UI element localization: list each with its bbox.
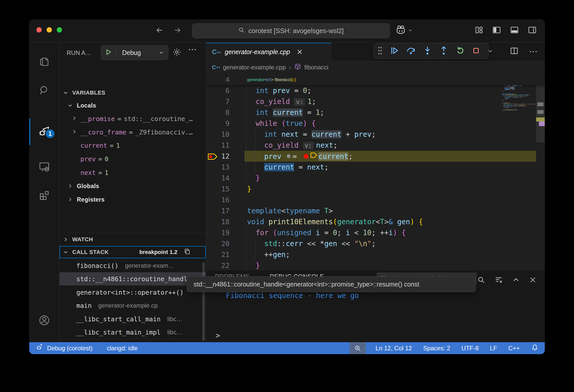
code-line-12[interactable]: 12 prev = current; [206,151,545,162]
step-out-icon[interactable] [439,46,449,56]
inline-breakpoint-icon[interactable] [304,154,309,159]
code-line-14[interactable]: 14 } [206,173,545,184]
toolbar-drag-handle[interactable] [377,46,383,56]
stack-frame[interactable]: __libc_start_main_impllibc… [60,326,206,339]
code-line-20[interactable]: 20 std::cerr << *gen << "\n"; [206,238,545,249]
chevron-down-icon[interactable] [408,28,413,33]
step-over-icon[interactable] [406,46,416,56]
accounts-icon[interactable] [29,308,59,333]
stack-frame[interactable]: __libc_start_call_mainlibc… [60,312,206,326]
tab-generator-example[interactable]: C++ generator-example.cpp ✕ [206,43,331,61]
start-debug-icon[interactable] [105,48,112,57]
toggle-panel-icon[interactable] [510,26,519,35]
line-number[interactable]: 17 [206,205,229,216]
variable-row-__promise[interactable]: __promise=std::__coroutine_… [60,112,206,126]
code-line-15[interactable]: 15} [206,184,545,194]
back-icon[interactable] [155,26,164,36]
toggle-secondary-sidebar-icon[interactable] [527,26,537,35]
copilot-icon[interactable] [396,25,406,35]
stack-frame[interactable]: fibonacci()generator-exam… [60,259,206,272]
line-number[interactable]: 7 [206,96,229,107]
search-view-icon[interactable] [29,78,59,103]
debug-settings-gear-icon[interactable] [172,47,182,58]
maximize-panel-icon[interactable] [512,276,520,285]
minimize-window-button[interactable] [47,27,52,33]
line-number[interactable]: 6 [206,85,229,96]
callstack-section-header[interactable]: CALL STACK breakpoint 1.2 [60,246,206,258]
code-line-content[interactable]: void print10Elements(generator<T>& gen) … [247,216,423,227]
code-line-content[interactable]: while (true) { [247,118,316,129]
command-center-search[interactable]: corotest [SSH: avogelsges-wsl2] [192,23,390,38]
stop-icon[interactable] [471,46,481,56]
code-line-11[interactable]: 11 co_yield v:next; [206,140,545,151]
notifications-bell-icon[interactable] [531,344,539,353]
variable-row-prev[interactable]: prev=0 [60,152,206,166]
line-number[interactable]: 18 [206,216,229,227]
remote-explorer-icon[interactable] [29,154,59,179]
code-line-content[interactable]: int current = 1; [247,107,324,118]
code-line-content[interactable]: co_yield v:next; [247,140,337,151]
explorer-icon[interactable] [29,49,59,74]
code-line-7[interactable]: 7 co_yield v:1; [206,96,545,107]
scope-registers[interactable]: Registers [64,193,206,206]
line-number[interactable]: 10 [206,129,229,140]
code-line-content[interactable]: int next = current + prev; [247,129,376,140]
line-number[interactable]: 16 [206,194,229,205]
more-actions-icon[interactable]: ⋯ [188,44,197,54]
status-item[interactable]: Spaces: 2 [423,345,450,352]
stack-frame[interactable]: generator<int>::operator++() [60,286,206,299]
close-window-button[interactable] [36,27,42,33]
status-item[interactable]: C++ [508,345,520,352]
zoom-indicator-icon[interactable] [350,342,366,354]
code-line-10[interactable]: 10 int next = current + prev; [206,129,545,140]
watch-section-header[interactable]: WATCH [60,233,206,246]
clear-console-icon[interactable] [494,276,503,285]
line-number[interactable]: 9 [206,118,229,129]
breadcrumb-file[interactable]: generator-example.cpp [223,64,286,71]
code-line-content[interactable]: co_yield v:1; [247,96,316,108]
code-line-content[interactable]: int prev = 0; [247,85,311,96]
code-line-9[interactable]: 9 while (true) { [206,118,545,129]
code-line-19[interactable]: 19 for (unsigned i = 0; i < 10; ++i) { [206,227,545,238]
code-line-content[interactable]: } [247,184,251,194]
breadcrumb-symbol[interactable]: fibonacci [304,64,328,71]
code-line-content[interactable]: ++gen; [247,249,290,260]
close-tab-icon[interactable]: ✕ [297,48,303,56]
sidebar-scrollbar[interactable] [202,262,205,341]
copy-callstack-icon[interactable] [183,248,191,257]
panel-search-icon[interactable] [477,276,485,285]
extensions-icon[interactable] [29,182,59,207]
code-line-8[interactable]: 8 int current = 1; [206,107,545,118]
forward-icon[interactable] [173,26,182,36]
toggle-primary-sidebar-icon[interactable] [492,26,501,35]
stack-frame[interactable]: maingenerator-example.cp [60,299,206,312]
line-number[interactable]: 22 [206,260,229,270]
status-item[interactable]: Ln 12, Col 12 [376,345,412,352]
close-panel-icon[interactable] [529,276,537,285]
editor-more-actions-icon[interactable]: ⋯ [529,46,538,56]
console-prompt[interactable]: > [216,331,220,340]
debug-session-chevron-icon[interactable] [487,48,493,54]
breakpoints-section-header[interactable]: BREAKPOINTS [60,339,206,342]
line-number[interactable]: 11 [206,140,229,151]
code-line-content[interactable]: prev = current; [247,151,353,163]
code-line-content[interactable]: current = next; [247,162,328,173]
split-editor-icon[interactable] [510,46,519,56]
maximize-window-button[interactable] [57,27,62,33]
line-number[interactable]: 8 [206,107,229,118]
code-line-17[interactable]: 17template<typename T> [206,205,545,216]
code-line-18[interactable]: 18void print10Elements(generator<T>& gen… [206,216,545,227]
status-item[interactable]: UTF-8 [462,345,479,352]
code-line-content[interactable]: for (unsigned i = 0; i < 10; ++i) { [247,227,406,238]
line-number[interactable]: 20 [206,238,229,249]
inline-breakpoint-candidate-icon[interactable] [287,154,291,158]
status-debug-label[interactable]: Debug (corotest) [47,345,93,352]
chevron-right-icon[interactable] [71,129,80,136]
locals-scope-header[interactable]: Locals [64,99,206,112]
stack-frame[interactable]: std::__n4861::coroutine_handle<g [60,272,206,285]
instruction-pointer-icon[interactable] [310,151,318,162]
variable-row-__coro_frame[interactable]: __coro_frame=_Z9fibonacciv.… [60,126,206,139]
scope-globals[interactable]: Globals [64,179,206,193]
line-number[interactable]: 21 [206,249,229,260]
code-line-16[interactable]: 16 [206,194,545,205]
